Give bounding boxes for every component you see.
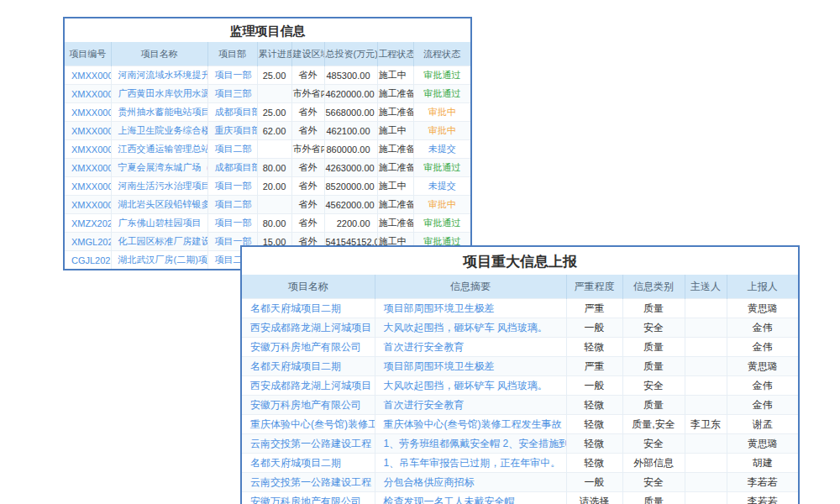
cell-project-id[interactable]: XMXX00016 xyxy=(65,159,111,177)
cell-project-name[interactable]: 河南生活污水治理项目 xyxy=(111,177,207,196)
cell-progress: 80.00 xyxy=(257,214,291,233)
report-table-row[interactable]: 重庆体验中心(叁号馆)装修工程 重庆体验中心(叁号馆)装修工程发生事故 轻微 质… xyxy=(242,415,798,434)
report-table-row[interactable]: 名都天府城项目二期 1、吊车年审报告已过期，正在年审中。 轻微 外部信息 胡建 xyxy=(242,454,798,473)
cell-info-summary[interactable]: 首次进行安全教育 xyxy=(375,338,566,357)
cell-info-category: 外部信息 xyxy=(622,454,685,473)
cell-region: 市外省内 xyxy=(291,85,324,103)
cell-investment: 8520000.00 xyxy=(324,177,377,196)
cell-project-id[interactable]: XMXX00020 xyxy=(65,85,111,103)
cell-progress: 80.00 xyxy=(257,159,291,177)
cell-report-project-name[interactable]: 重庆体验中心(叁号馆)装修工程 xyxy=(242,415,375,434)
cell-severity: 严重 xyxy=(566,299,622,318)
cell-project-name[interactable]: 江西交通运输管理总站交通枢纽及... xyxy=(111,140,207,159)
supervision-table-row[interactable]: XMXX00018 上海卫生院业务综合楼(含业务用... 重庆项目部 62.00… xyxy=(65,122,470,140)
cell-project-name[interactable]: 宁夏会展湾东城广场（二期）工程 xyxy=(111,159,207,177)
report-table-row[interactable]: 西安成都路龙湖上河城项目 大风吹起围挡，砸坏铲车 风挡玻璃。 一般 安全 金伟 xyxy=(242,318,798,338)
cell-project-department[interactable]: 项目一部 xyxy=(207,66,257,85)
cell-project-name[interactable]: 化工园区标准厂房建设项目一期项目 xyxy=(111,233,207,251)
cell-reporter: 李若若 xyxy=(727,473,798,492)
cell-project-department[interactable]: 重庆项目部 xyxy=(207,122,257,140)
report-table-row[interactable]: 名都天府城项目二期 项目部周围环境卫生极差 严重 质量 黄思璐 xyxy=(242,299,798,318)
supervision-table-row[interactable]: XMXX00016 宁夏会展湾东城广场（二期）工程 成都项目部 80.00 省外… xyxy=(65,159,470,177)
cell-severity: 轻微 xyxy=(566,434,622,454)
cell-project-name[interactable]: 上海卫生院业务综合楼(含业务用... xyxy=(111,122,207,140)
cell-project-id[interactable]: CGJL202205... xyxy=(65,251,111,270)
cell-project-department[interactable]: 成都项目部 xyxy=(207,159,257,177)
report-table-row[interactable]: 云南交投第一公路建设工程 1、劳务班组都佩戴安全帽 2、安全措施到位 轻微 安全… xyxy=(242,434,798,454)
cell-recipient xyxy=(685,299,727,318)
cell-project-name[interactable]: 广西黄田水库饮用水源水质保护项目 xyxy=(111,85,207,103)
cell-report-project-name[interactable]: 西安成都路龙湖上河城项目 xyxy=(242,376,375,396)
supervision-table-row[interactable]: XMXX00020 广西黄田水库饮用水源水质保护项目 项目三部 市外省内 462… xyxy=(65,85,470,103)
cell-project-id[interactable]: XMXX00015 xyxy=(65,177,111,196)
supervision-table-row[interactable]: XMXX00021 河南河流域水环境提升工程 项目一部 25.00 省外 485… xyxy=(65,66,470,85)
report-column-header: 信息类别 xyxy=(622,275,685,299)
cell-project-name[interactable]: 湖北武汉厂房(二期)项目 xyxy=(111,251,207,270)
cell-report-project-name[interactable]: 云南交投第一公路建设工程 xyxy=(242,473,375,492)
cell-project-name[interactable]: 贵州抽水蓄能电站项目 xyxy=(111,103,207,122)
cell-project-id[interactable]: XMXX00017 xyxy=(65,140,111,159)
cell-info-summary[interactable]: 1、劳务班组都佩戴安全帽 2、安全措施到位 xyxy=(375,434,566,454)
cell-progress xyxy=(257,196,291,214)
cell-info-summary[interactable]: 项目部周围环境卫生极差 xyxy=(375,299,566,318)
report-table-row[interactable]: 安徽万科房地产有限公司 检查发现一名工人未戴安全帽 请选择 质量 李若若 xyxy=(242,492,798,504)
report-table: 项目名称信息摘要严重程度信息类别主送人上报人 名都天府城项目二期 项目部周围环境… xyxy=(242,275,798,504)
cell-project-name[interactable]: 湖北岩头区段铅锌银多金属矿开采... xyxy=(111,196,207,214)
report-table-row[interactable]: 西安成都路龙湖上河城项目 大风吹起围挡，砸坏铲车 风挡玻璃。 一般 安全 金伟 xyxy=(242,376,798,396)
cell-project-department[interactable]: 项目一部 xyxy=(207,177,257,196)
cell-project-id[interactable]: XMGL20220... xyxy=(65,233,111,251)
cell-project-department[interactable]: 成都项目部 xyxy=(207,103,257,122)
cell-recipient xyxy=(685,396,727,415)
supervision-table-row[interactable]: XMXX00017 江西交通运输管理总站交通枢纽及... 项目二部 市外省内 8… xyxy=(65,140,470,159)
cell-project-id[interactable]: XMXX00014 xyxy=(65,196,111,214)
cell-info-summary[interactable]: 首次进行安全教育 xyxy=(375,396,566,415)
report-table-row[interactable]: 安徽万科房地产有限公司 首次进行安全教育 轻微 质量 金伟 xyxy=(242,338,798,357)
cell-progress xyxy=(257,140,291,159)
supervision-column-header: 建设区域 xyxy=(291,42,324,66)
cell-info-summary[interactable]: 大风吹起围挡，砸坏铲车 风挡玻璃。 xyxy=(375,318,566,338)
cell-reporter: 黄思璐 xyxy=(727,299,798,318)
cell-report-project-name[interactable]: 安徽万科房地产有限公司 xyxy=(242,492,375,504)
supervision-table-row[interactable]: XMXX00019 贵州抽水蓄能电站项目 成都项目部 25.00 省外 5668… xyxy=(65,103,470,122)
cell-recipient xyxy=(685,357,727,376)
cell-project-name[interactable]: 河南河流域水环境提升工程 xyxy=(111,66,207,85)
report-table-row[interactable]: 名都天府城项目二期 项目部周围环境卫生极差 严重 质量 黄思璐 xyxy=(242,357,798,376)
supervision-table-row[interactable]: XMXX00015 河南生活污水治理项目 项目一部 20.00 省外 85200… xyxy=(65,177,470,196)
cell-info-summary[interactable]: 大风吹起围挡，砸坏铲车 风挡玻璃。 xyxy=(375,376,566,396)
report-table-body: 名都天府城项目二期 项目部周围环境卫生极差 严重 质量 黄思璐 西安成都路龙湖上… xyxy=(242,299,798,504)
cell-reporter: 金伟 xyxy=(727,376,798,396)
cell-severity: 请选择 xyxy=(566,492,622,504)
cell-info-summary[interactable]: 重庆体验中心(叁号馆)装修工程发生事故 xyxy=(375,415,566,434)
cell-project-name[interactable]: 广东佛山碧桂园项目 xyxy=(111,214,207,233)
report-table-row[interactable]: 安徽万科房地产有限公司 首次进行安全教育 轻微 质量 金伟 xyxy=(242,396,798,415)
report-column-header: 项目名称 xyxy=(242,275,375,299)
cell-reporter: 李若若 xyxy=(727,492,798,504)
cell-project-id[interactable]: XMXX00019 xyxy=(65,103,111,122)
report-table-row[interactable]: 云南交投第一公路建设工程 分包合格供应商招标 一般 安全 李若若 xyxy=(242,473,798,492)
cell-project-department[interactable]: 项目三部 xyxy=(207,85,257,103)
cell-report-project-name[interactable]: 云南交投第一公路建设工程 xyxy=(242,434,375,454)
cell-severity: 一般 xyxy=(566,473,622,492)
cell-project-status: 施工准备 xyxy=(377,103,413,122)
cell-info-summary[interactable]: 检查发现一名工人未戴安全帽 xyxy=(375,492,566,504)
cell-report-project-name[interactable]: 安徽万科房地产有限公司 xyxy=(242,338,375,357)
cell-report-project-name[interactable]: 名都天府城项目二期 xyxy=(242,454,375,473)
cell-info-summary[interactable]: 项目部周围环境卫生极差 xyxy=(375,357,566,376)
cell-project-id[interactable]: XMXX00021 xyxy=(65,66,111,85)
cell-report-project-name[interactable]: 安徽万科房地产有限公司 xyxy=(242,396,375,415)
cell-info-summary[interactable]: 1、吊车年审报告已过期，正在年审中。 xyxy=(375,454,566,473)
cell-report-project-name[interactable]: 西安成都路龙湖上河城项目 xyxy=(242,318,375,338)
cell-investment: 485300.00 xyxy=(324,66,377,85)
supervision-table: 项目编号项目名称项目部累计进度建设区域总投资(万元)工程状态流程状态 XMXX0… xyxy=(65,42,470,269)
cell-project-id[interactable]: XMZX20220... xyxy=(65,214,111,233)
cell-info-summary[interactable]: 分包合格供应商招标 xyxy=(375,473,566,492)
cell-project-department[interactable]: 项目一部 xyxy=(207,214,257,233)
cell-report-project-name[interactable]: 名都天府城项目二期 xyxy=(242,299,375,318)
cell-report-project-name[interactable]: 名都天府城项目二期 xyxy=(242,357,375,376)
cell-recipient xyxy=(685,434,727,454)
cell-project-id[interactable]: XMXX00018 xyxy=(65,122,111,140)
supervision-table-row[interactable]: XMZX20220... 广东佛山碧桂园项目 项目一部 80.00 省外 220… xyxy=(65,214,470,233)
supervision-table-row[interactable]: XMXX00014 湖北岩头区段铅锌银多金属矿开采... 项目二部 省外 456… xyxy=(65,196,470,214)
cell-project-department[interactable]: 项目二部 xyxy=(207,140,257,159)
cell-project-department[interactable]: 项目二部 xyxy=(207,196,257,214)
